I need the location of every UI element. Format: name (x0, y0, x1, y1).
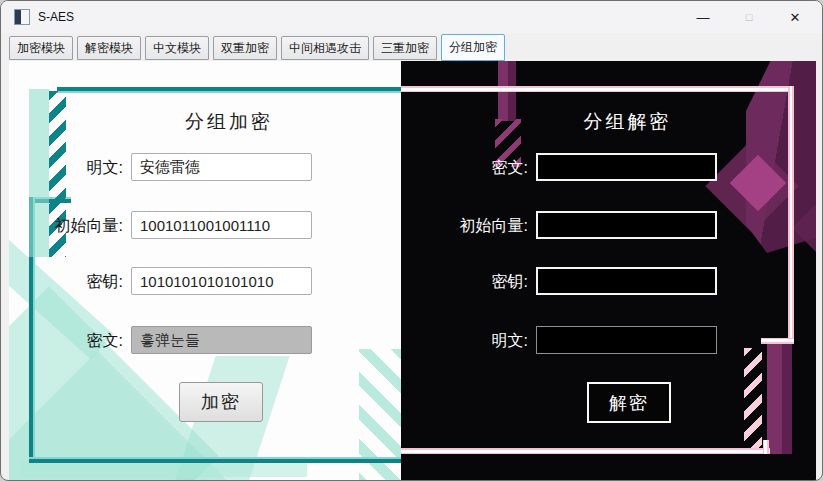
tab-triple-encrypt[interactable]: 三重加密 (373, 36, 437, 60)
tab-encrypt-module[interactable]: 加密模块 (9, 36, 73, 60)
maximize-button[interactable]: □ (726, 1, 772, 33)
title-bar: S-AES — □ ✕ (1, 1, 822, 33)
tab-meet-in-middle-attack[interactable]: 中间相遇攻击 (281, 36, 369, 60)
key-label: 密钥: (9, 272, 123, 293)
minimize-button[interactable]: — (680, 1, 726, 33)
teal-frame-top (57, 87, 401, 93)
pink-frame-bottom (401, 448, 770, 454)
iv-label: 初始向量: (401, 216, 528, 237)
pink-frame-top (401, 86, 794, 92)
window-title: S-AES (38, 10, 74, 24)
tab-decrypt-module[interactable]: 解密模块 (77, 36, 141, 60)
iv-input[interactable] (536, 211, 717, 239)
key-label: 密钥: (401, 272, 528, 293)
ciphertext-label: 密文: (9, 331, 123, 352)
block-decrypt-panel: 分组解密 密文: 初始向量: 密钥: 明文: 解密 (401, 61, 816, 481)
ciphertext-label: 密文: (401, 158, 528, 179)
key-input[interactable] (131, 267, 312, 295)
key-input[interactable] (536, 267, 717, 295)
plaintext-label: 明文: (9, 158, 123, 179)
tab-double-encrypt[interactable]: 双重加密 (213, 36, 277, 60)
plaintext-output (536, 326, 717, 354)
window-controls: — □ ✕ (680, 1, 818, 33)
pink-frame-step (761, 338, 794, 344)
encrypt-panel-title: 分组加密 (57, 109, 401, 135)
teal-frame-bottom (29, 457, 401, 463)
tab-block-encrypt[interactable]: 分组加密 (441, 34, 505, 61)
tab-chinese-module[interactable]: 中文模块 (145, 36, 209, 60)
decrypt-panel-title: 分组解密 (461, 109, 794, 135)
mint-bottom-wash (21, 461, 307, 477)
plaintext-input[interactable] (131, 153, 312, 181)
tab-bar: 加密模块 解密模块 中文模块 双重加密 中间相遇攻击 三重加密 分组加密 (1, 33, 822, 61)
close-button[interactable]: ✕ (772, 1, 818, 33)
block-encrypt-panel: 分组加密 明文: 初始向量: 密钥: 密文: 加密 (9, 61, 401, 481)
pink-dash-pattern (744, 348, 762, 450)
app-window: S-AES — □ ✕ 加密模块 解密模块 中文模块 双重加密 中间相遇攻击 三… (0, 0, 823, 481)
app-icon (14, 9, 30, 25)
iv-label: 初始向量: (9, 216, 123, 237)
decrypt-button[interactable]: 解密 (587, 382, 671, 423)
purple-bottom-bar (767, 344, 792, 454)
plaintext-label: 明文: (401, 331, 528, 352)
ciphertext-input[interactable] (536, 153, 717, 181)
ciphertext-output (131, 326, 312, 354)
encrypt-button[interactable]: 加密 (179, 382, 263, 422)
pink-frame-stub (763, 440, 769, 454)
iv-input[interactable] (131, 211, 312, 239)
